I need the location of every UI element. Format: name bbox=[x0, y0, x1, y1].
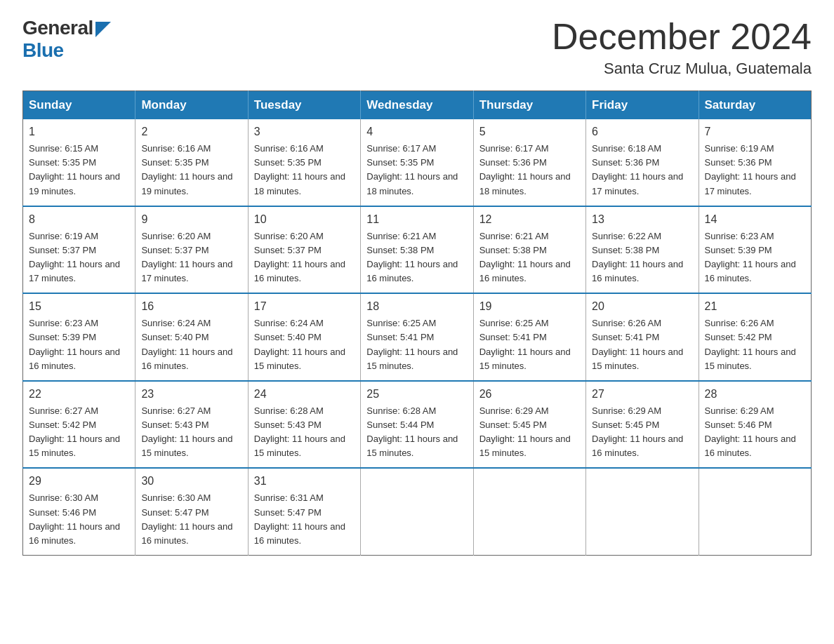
day-info: Sunrise: 6:21 AMSunset: 5:38 PMDaylight:… bbox=[479, 231, 571, 283]
logo-general-text: General bbox=[22, 17, 93, 39]
day-number: 16 bbox=[141, 298, 241, 315]
day-number: 4 bbox=[366, 123, 467, 140]
day-info: Sunrise: 6:30 AMSunset: 5:47 PMDaylight:… bbox=[141, 492, 232, 545]
calendar-cell: 15Sunrise: 6:23 AMSunset: 5:39 PMDayligh… bbox=[23, 293, 135, 381]
calendar-cell: 21Sunrise: 6:26 AMSunset: 5:42 PMDayligh… bbox=[699, 293, 811, 381]
svg-marker-0 bbox=[95, 22, 111, 37]
day-number: 31 bbox=[254, 473, 355, 490]
location-title: Santa Cruz Mulua, Guatemala bbox=[552, 60, 812, 78]
day-info: Sunrise: 6:20 AMSunset: 5:37 PMDaylight:… bbox=[254, 231, 345, 283]
calendar-header-row: SundayMondayTuesdayWednesdayThursdayFrid… bbox=[23, 91, 812, 120]
calendar-cell: 1Sunrise: 6:15 AMSunset: 5:35 PMDaylight… bbox=[23, 119, 135, 206]
day-info: Sunrise: 6:28 AMSunset: 5:44 PMDaylight:… bbox=[366, 405, 458, 458]
calendar-cell: 19Sunrise: 6:25 AMSunset: 5:41 PMDayligh… bbox=[473, 293, 585, 381]
calendar-cell: 16Sunrise: 6:24 AMSunset: 5:40 PMDayligh… bbox=[135, 293, 248, 381]
calendar-cell bbox=[473, 468, 585, 555]
day-info: Sunrise: 6:27 AMSunset: 5:42 PMDaylight:… bbox=[29, 405, 120, 458]
calendar-cell: 5Sunrise: 6:17 AMSunset: 5:36 PMDaylight… bbox=[473, 119, 585, 206]
day-number: 24 bbox=[254, 386, 355, 403]
day-info: Sunrise: 6:15 AMSunset: 5:35 PMDaylight:… bbox=[29, 143, 120, 196]
calendar-week-row: 8Sunrise: 6:19 AMSunset: 5:37 PMDaylight… bbox=[23, 206, 812, 294]
calendar-cell: 4Sunrise: 6:17 AMSunset: 5:35 PMDaylight… bbox=[361, 119, 473, 206]
calendar-header-monday: Monday bbox=[135, 91, 248, 120]
calendar-cell: 9Sunrise: 6:20 AMSunset: 5:37 PMDaylight… bbox=[135, 206, 248, 294]
calendar-header-thursday: Thursday bbox=[473, 91, 585, 120]
day-info: Sunrise: 6:23 AMSunset: 5:39 PMDaylight:… bbox=[705, 231, 796, 283]
day-info: Sunrise: 6:28 AMSunset: 5:43 PMDaylight:… bbox=[254, 405, 345, 458]
calendar-cell: 12Sunrise: 6:21 AMSunset: 5:38 PMDayligh… bbox=[473, 206, 585, 294]
calendar-cell: 23Sunrise: 6:27 AMSunset: 5:43 PMDayligh… bbox=[135, 381, 248, 469]
calendar-header-friday: Friday bbox=[586, 91, 699, 120]
day-number: 8 bbox=[29, 211, 129, 228]
day-info: Sunrise: 6:20 AMSunset: 5:37 PMDaylight:… bbox=[141, 231, 232, 283]
calendar-header-sunday: Sunday bbox=[23, 91, 135, 120]
day-info: Sunrise: 6:18 AMSunset: 5:36 PMDaylight:… bbox=[592, 143, 683, 196]
day-number: 30 bbox=[141, 473, 241, 490]
day-info: Sunrise: 6:29 AMSunset: 5:45 PMDaylight:… bbox=[592, 405, 683, 458]
day-info: Sunrise: 6:29 AMSunset: 5:45 PMDaylight:… bbox=[479, 405, 571, 458]
day-number: 25 bbox=[366, 386, 467, 403]
calendar-cell: 6Sunrise: 6:18 AMSunset: 5:36 PMDaylight… bbox=[586, 119, 699, 206]
day-info: Sunrise: 6:26 AMSunset: 5:41 PMDaylight:… bbox=[592, 318, 683, 370]
calendar-cell: 25Sunrise: 6:28 AMSunset: 5:44 PMDayligh… bbox=[361, 381, 473, 469]
day-number: 10 bbox=[254, 211, 355, 228]
day-number: 5 bbox=[479, 123, 580, 140]
day-number: 29 bbox=[29, 473, 129, 490]
calendar-header-wednesday: Wednesday bbox=[361, 91, 473, 120]
calendar-cell: 14Sunrise: 6:23 AMSunset: 5:39 PMDayligh… bbox=[699, 206, 811, 294]
day-number: 21 bbox=[705, 298, 805, 315]
day-number: 17 bbox=[254, 298, 355, 315]
day-info: Sunrise: 6:30 AMSunset: 5:46 PMDaylight:… bbox=[29, 492, 120, 545]
page-header: General Blue December 2024 Santa Cruz Mu… bbox=[22, 17, 812, 78]
calendar-week-row: 15Sunrise: 6:23 AMSunset: 5:39 PMDayligh… bbox=[23, 293, 812, 381]
day-info: Sunrise: 6:24 AMSunset: 5:40 PMDaylight:… bbox=[141, 318, 232, 370]
day-info: Sunrise: 6:27 AMSunset: 5:43 PMDaylight:… bbox=[141, 405, 232, 458]
calendar-cell: 29Sunrise: 6:30 AMSunset: 5:46 PMDayligh… bbox=[23, 468, 135, 555]
day-number: 19 bbox=[479, 298, 580, 315]
day-number: 18 bbox=[366, 298, 467, 315]
calendar-cell: 3Sunrise: 6:16 AMSunset: 5:35 PMDaylight… bbox=[248, 119, 360, 206]
calendar-cell: 27Sunrise: 6:29 AMSunset: 5:45 PMDayligh… bbox=[586, 381, 699, 469]
day-number: 27 bbox=[592, 386, 692, 403]
day-number: 23 bbox=[141, 386, 241, 403]
day-info: Sunrise: 6:29 AMSunset: 5:46 PMDaylight:… bbox=[705, 405, 796, 458]
day-number: 13 bbox=[592, 211, 692, 228]
calendar-cell: 31Sunrise: 6:31 AMSunset: 5:47 PMDayligh… bbox=[248, 468, 360, 555]
calendar-cell: 24Sunrise: 6:28 AMSunset: 5:43 PMDayligh… bbox=[248, 381, 360, 469]
calendar-cell: 8Sunrise: 6:19 AMSunset: 5:37 PMDaylight… bbox=[23, 206, 135, 294]
day-info: Sunrise: 6:17 AMSunset: 5:35 PMDaylight:… bbox=[366, 143, 458, 196]
calendar-week-row: 22Sunrise: 6:27 AMSunset: 5:42 PMDayligh… bbox=[23, 381, 812, 469]
logo: General Blue bbox=[22, 17, 111, 62]
day-info: Sunrise: 6:31 AMSunset: 5:47 PMDaylight:… bbox=[254, 492, 345, 545]
day-info: Sunrise: 6:16 AMSunset: 5:35 PMDaylight:… bbox=[254, 143, 345, 196]
calendar-header-saturday: Saturday bbox=[699, 91, 811, 120]
calendar-week-row: 1Sunrise: 6:15 AMSunset: 5:35 PMDaylight… bbox=[23, 119, 812, 206]
day-number: 14 bbox=[705, 211, 805, 228]
day-number: 1 bbox=[29, 123, 129, 140]
calendar-cell: 26Sunrise: 6:29 AMSunset: 5:45 PMDayligh… bbox=[473, 381, 585, 469]
calendar-table: SundayMondayTuesdayWednesdayThursdayFrid… bbox=[22, 90, 812, 556]
calendar-cell bbox=[361, 468, 473, 555]
calendar-week-row: 29Sunrise: 6:30 AMSunset: 5:46 PMDayligh… bbox=[23, 468, 812, 555]
month-title: December 2024 bbox=[552, 17, 812, 57]
day-info: Sunrise: 6:25 AMSunset: 5:41 PMDaylight:… bbox=[366, 318, 458, 370]
calendar-cell: 13Sunrise: 6:22 AMSunset: 5:38 PMDayligh… bbox=[586, 206, 699, 294]
day-number: 7 bbox=[705, 123, 805, 140]
day-number: 22 bbox=[29, 386, 129, 403]
day-info: Sunrise: 6:23 AMSunset: 5:39 PMDaylight:… bbox=[29, 318, 120, 370]
day-info: Sunrise: 6:22 AMSunset: 5:38 PMDaylight:… bbox=[592, 231, 683, 283]
calendar-cell: 22Sunrise: 6:27 AMSunset: 5:42 PMDayligh… bbox=[23, 381, 135, 469]
day-number: 2 bbox=[141, 123, 241, 140]
calendar-cell: 11Sunrise: 6:21 AMSunset: 5:38 PMDayligh… bbox=[361, 206, 473, 294]
day-info: Sunrise: 6:19 AMSunset: 5:36 PMDaylight:… bbox=[705, 143, 796, 196]
calendar-header-tuesday: Tuesday bbox=[248, 91, 360, 120]
day-info: Sunrise: 6:25 AMSunset: 5:41 PMDaylight:… bbox=[479, 318, 571, 370]
calendar-cell: 18Sunrise: 6:25 AMSunset: 5:41 PMDayligh… bbox=[361, 293, 473, 381]
day-number: 20 bbox=[592, 298, 692, 315]
day-number: 12 bbox=[479, 211, 580, 228]
calendar-cell: 17Sunrise: 6:24 AMSunset: 5:40 PMDayligh… bbox=[248, 293, 360, 381]
day-number: 6 bbox=[592, 123, 692, 140]
day-number: 28 bbox=[705, 386, 805, 403]
day-info: Sunrise: 6:24 AMSunset: 5:40 PMDaylight:… bbox=[254, 318, 345, 370]
calendar-cell: 30Sunrise: 6:30 AMSunset: 5:47 PMDayligh… bbox=[135, 468, 248, 555]
